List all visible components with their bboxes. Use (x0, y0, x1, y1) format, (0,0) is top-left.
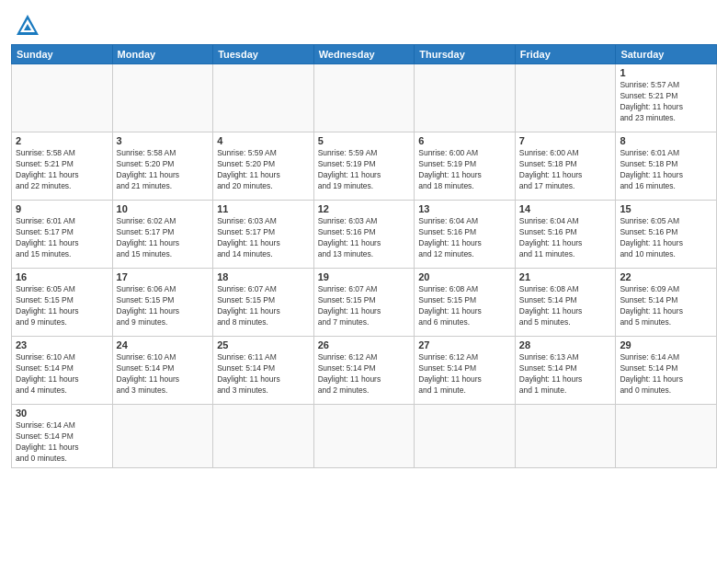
day-number: 27 (418, 339, 511, 350)
day-info: Sunrise: 6:11 AM Sunset: 5:14 PM Dayligh… (217, 352, 310, 396)
calendar-cell (12, 64, 113, 132)
day-number: 14 (519, 203, 612, 214)
day-info: Sunrise: 6:13 AM Sunset: 5:14 PM Dayligh… (519, 352, 612, 396)
day-info: Sunrise: 6:04 AM Sunset: 5:16 PM Dayligh… (519, 216, 612, 260)
calendar-cell: 27Sunrise: 6:12 AM Sunset: 5:14 PM Dayli… (415, 337, 516, 405)
calendar-week-6: 30Sunrise: 6:14 AM Sunset: 5:14 PM Dayli… (12, 405, 717, 468)
day-number: 3 (117, 135, 210, 146)
day-number: 15 (620, 203, 712, 214)
weekday-header-saturday: Saturday (616, 45, 717, 64)
calendar-cell: 5Sunrise: 5:59 AM Sunset: 5:19 PM Daylig… (313, 132, 415, 201)
day-number: 17 (117, 271, 210, 282)
weekday-header-thursday: Thursday (415, 45, 516, 64)
day-number: 10 (117, 203, 210, 214)
day-info: Sunrise: 6:10 AM Sunset: 5:14 PM Dayligh… (16, 352, 108, 396)
calendar-week-1: 1Sunrise: 5:57 AM Sunset: 5:21 PM Daylig… (12, 64, 717, 132)
day-number: 28 (519, 339, 612, 350)
calendar-cell (112, 405, 213, 468)
day-info: Sunrise: 6:14 AM Sunset: 5:14 PM Dayligh… (16, 420, 108, 465)
day-info: Sunrise: 6:02 AM Sunset: 5:17 PM Dayligh… (117, 216, 210, 260)
day-info: Sunrise: 5:57 AM Sunset: 5:21 PM Dayligh… (620, 80, 712, 124)
calendar-cell: 15Sunrise: 6:05 AM Sunset: 5:16 PM Dayli… (616, 201, 717, 269)
day-number: 9 (16, 203, 108, 214)
calendar-cell: 8Sunrise: 6:01 AM Sunset: 5:18 PM Daylig… (616, 132, 717, 201)
calendar-cell: 22Sunrise: 6:09 AM Sunset: 5:14 PM Dayli… (616, 269, 717, 337)
day-number: 29 (620, 339, 712, 350)
day-info: Sunrise: 6:08 AM Sunset: 5:15 PM Dayligh… (418, 284, 511, 328)
calendar-cell (616, 405, 717, 468)
day-number: 2 (16, 135, 108, 146)
page: SundayMondayTuesdayWednesdayThursdayFrid… (0, 0, 728, 563)
day-info: Sunrise: 6:03 AM Sunset: 5:17 PM Dayligh… (217, 216, 310, 260)
weekday-header-wednesday: Wednesday (313, 45, 415, 64)
day-info: Sunrise: 6:05 AM Sunset: 5:16 PM Dayligh… (620, 216, 712, 260)
calendar-cell: 7Sunrise: 6:00 AM Sunset: 5:18 PM Daylig… (515, 132, 616, 201)
day-info: Sunrise: 6:04 AM Sunset: 5:16 PM Dayligh… (418, 216, 511, 260)
day-number: 20 (418, 271, 511, 282)
calendar-cell: 30Sunrise: 6:14 AM Sunset: 5:14 PM Dayli… (12, 405, 113, 468)
calendar-cell: 23Sunrise: 6:10 AM Sunset: 5:14 PM Dayli… (12, 337, 113, 405)
calendar-week-5: 23Sunrise: 6:10 AM Sunset: 5:14 PM Dayli… (12, 337, 717, 405)
day-info: Sunrise: 6:00 AM Sunset: 5:18 PM Dayligh… (519, 148, 612, 192)
day-info: Sunrise: 5:58 AM Sunset: 5:20 PM Dayligh… (117, 148, 210, 192)
day-info: Sunrise: 6:01 AM Sunset: 5:18 PM Dayligh… (620, 148, 712, 192)
weekday-header-monday: Monday (112, 45, 213, 64)
day-info: Sunrise: 6:06 AM Sunset: 5:15 PM Dayligh… (117, 284, 210, 328)
calendar-cell: 14Sunrise: 6:04 AM Sunset: 5:16 PM Dayli… (515, 201, 616, 269)
calendar-cell: 11Sunrise: 6:03 AM Sunset: 5:17 PM Dayli… (213, 201, 314, 269)
day-info: Sunrise: 5:58 AM Sunset: 5:21 PM Dayligh… (16, 148, 108, 192)
calendar-cell: 24Sunrise: 6:10 AM Sunset: 5:14 PM Dayli… (112, 337, 213, 405)
day-number: 7 (519, 135, 612, 146)
calendar-cell: 17Sunrise: 6:06 AM Sunset: 5:15 PM Dayli… (112, 269, 213, 337)
weekday-header-sunday: Sunday (12, 45, 113, 64)
day-number: 12 (318, 203, 411, 214)
calendar-cell: 21Sunrise: 6:08 AM Sunset: 5:14 PM Dayli… (515, 269, 616, 337)
calendar-week-3: 9Sunrise: 6:01 AM Sunset: 5:17 PM Daylig… (12, 201, 717, 269)
day-info: Sunrise: 6:12 AM Sunset: 5:14 PM Dayligh… (318, 352, 411, 396)
calendar-cell: 25Sunrise: 6:11 AM Sunset: 5:14 PM Dayli… (213, 337, 314, 405)
day-info: Sunrise: 6:08 AM Sunset: 5:14 PM Dayligh… (519, 284, 612, 328)
calendar-cell: 16Sunrise: 6:05 AM Sunset: 5:15 PM Dayli… (12, 269, 113, 337)
day-number: 24 (117, 339, 210, 350)
calendar-cell: 10Sunrise: 6:02 AM Sunset: 5:17 PM Dayli… (112, 201, 213, 269)
day-info: Sunrise: 6:05 AM Sunset: 5:15 PM Dayligh… (16, 284, 108, 328)
calendar-cell: 6Sunrise: 6:00 AM Sunset: 5:19 PM Daylig… (415, 132, 516, 201)
day-number: 13 (418, 203, 511, 214)
weekday-header-tuesday: Tuesday (213, 45, 314, 64)
day-number: 16 (16, 271, 108, 282)
calendar-cell (213, 64, 314, 132)
calendar-cell: 28Sunrise: 6:13 AM Sunset: 5:14 PM Dayli… (515, 337, 616, 405)
calendar-cell: 26Sunrise: 6:12 AM Sunset: 5:14 PM Dayli… (313, 337, 415, 405)
day-number: 19 (318, 271, 411, 282)
day-number: 26 (318, 339, 411, 350)
calendar-week-2: 2Sunrise: 5:58 AM Sunset: 5:21 PM Daylig… (12, 132, 717, 201)
calendar-cell (415, 64, 516, 132)
day-number: 5 (318, 135, 411, 146)
calendar-cell: 2Sunrise: 5:58 AM Sunset: 5:21 PM Daylig… (12, 132, 113, 201)
calendar-cell: 4Sunrise: 5:59 AM Sunset: 5:20 PM Daylig… (213, 132, 314, 201)
calendar-cell: 18Sunrise: 6:07 AM Sunset: 5:15 PM Dayli… (213, 269, 314, 337)
calendar-cell: 20Sunrise: 6:08 AM Sunset: 5:15 PM Dayli… (415, 269, 516, 337)
calendar-cell (213, 405, 314, 468)
calendar-cell (313, 64, 415, 132)
day-info: Sunrise: 6:12 AM Sunset: 5:14 PM Dayligh… (418, 352, 511, 396)
day-info: Sunrise: 6:03 AM Sunset: 5:16 PM Dayligh… (318, 216, 411, 260)
day-number: 18 (217, 271, 310, 282)
calendar-cell: 3Sunrise: 5:58 AM Sunset: 5:20 PM Daylig… (112, 132, 213, 201)
day-number: 6 (418, 135, 511, 146)
calendar-cell (515, 405, 616, 468)
day-number: 11 (217, 203, 310, 214)
day-info: Sunrise: 5:59 AM Sunset: 5:19 PM Dayligh… (318, 148, 411, 192)
calendar-cell: 9Sunrise: 6:01 AM Sunset: 5:17 PM Daylig… (12, 201, 113, 269)
calendar-cell: 12Sunrise: 6:03 AM Sunset: 5:16 PM Dayli… (313, 201, 415, 269)
day-info: Sunrise: 6:00 AM Sunset: 5:19 PM Dayligh… (418, 148, 511, 192)
header (11, 9, 717, 39)
calendar-week-4: 16Sunrise: 6:05 AM Sunset: 5:15 PM Dayli… (12, 269, 717, 337)
day-info: Sunrise: 6:07 AM Sunset: 5:15 PM Dayligh… (318, 284, 411, 328)
calendar-cell (515, 64, 616, 132)
calendar-cell (112, 64, 213, 132)
weekday-header-row: SundayMondayTuesdayWednesdayThursdayFrid… (12, 45, 717, 64)
logo-icon (15, 13, 40, 39)
day-info: Sunrise: 6:10 AM Sunset: 5:14 PM Dayligh… (117, 352, 210, 396)
weekday-header-friday: Friday (515, 45, 616, 64)
